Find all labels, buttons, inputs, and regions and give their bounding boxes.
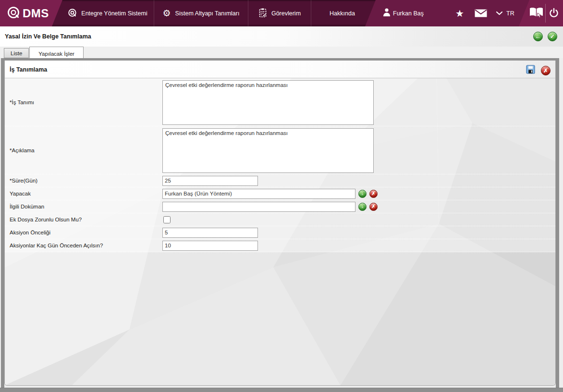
yapacak-select-icon[interactable]: ↓	[358, 190, 367, 198]
tabstrip: Liste Yapılacak İşler	[0, 47, 563, 58]
topbar-menu: Entegre Yönetim Sistemi ⚙ Sistem Altyapı…	[61, 0, 373, 26]
panel-title: İş Tanımlama	[10, 61, 47, 78]
menu-item-gear[interactable]: ⚙ Sistem Altyapı Tanımları	[154, 0, 248, 26]
label-is-tanimi: *İş Tanımı	[5, 78, 162, 126]
language-code: TR	[506, 10, 514, 17]
corner-divider	[545, 4, 546, 23]
ilgili-dokuman-select-icon[interactable]: ↓	[358, 203, 367, 211]
close-icon[interactable]: ✗	[541, 66, 551, 75]
content-frame: İş Tanımlama ✗ *İş Tanımı *Açıklama	[1, 58, 559, 388]
label-aksiyon-gun: Aksiyonlar Kaç Gün Önceden Açılsın?	[5, 239, 162, 252]
form-rows: *İş Tanımı *Açıklama *Süre(Gün) Yapacak …	[5, 78, 555, 252]
menu-item-hakkinda[interactable]: Hakkında	[311, 0, 373, 26]
yapacak-input[interactable]	[162, 189, 355, 199]
qdms-logo[interactable]: DMS	[0, 0, 62, 26]
form-row-ilgili-dokuman: İlgili Doküman ↓ ✗	[5, 200, 555, 213]
menu-item-tasks[interactable]: Görevlerim	[248, 0, 311, 26]
form-row-is-tanimi: *İş Tanımı	[5, 78, 555, 126]
sure-gun-input[interactable]	[162, 176, 258, 186]
form-row-yapacak: Yapacak ↓ ✗	[5, 187, 555, 200]
power-logout-icon[interactable]	[549, 8, 559, 21]
aksiyon-gun-input[interactable]	[162, 241, 258, 251]
ek-dosya-checkbox[interactable]	[163, 216, 171, 223]
aciklama-textarea[interactable]	[162, 128, 374, 173]
label-yapacak: Yapacak	[5, 187, 162, 200]
label-ek-dosya: Ek Dosya Zorunlu Olsun Mu?	[5, 213, 162, 226]
label-sure-gun: *Süre(Gün)	[5, 174, 162, 187]
bottom-scrollbar[interactable]	[0, 388, 563, 392]
yapacak-clear-icon[interactable]: ✗	[369, 190, 378, 198]
topbar: DMS Entegre Yönetim Sistemi ⚙ Sistem Alt…	[0, 0, 563, 26]
page-title: Yasal İzin Ve Belge Tanımlama	[5, 26, 91, 47]
label-aksiyon-onceligi: Aksiyon Önceliği	[5, 226, 162, 239]
form-row-sure-gun: *Süre(Gün)	[5, 174, 555, 187]
aksiyon-onceligi-input[interactable]	[162, 228, 258, 238]
form-row-aksiyon-onceligi: Aksiyon Önceliği	[5, 226, 555, 239]
form-row-aksiyon-gun: Aksiyonlar Kaç Gün Önceden Açılsın?	[5, 239, 555, 252]
confirm-button[interactable]: ✓	[548, 32, 557, 41]
form-row-aciklama: *Açıklama	[5, 126, 555, 174]
label-aciklama: *Açıklama	[5, 126, 162, 174]
qdms-logo-text: DMS	[23, 7, 49, 20]
chevron-down-icon	[496, 11, 503, 15]
ilgili-dokuman-input[interactable]	[162, 202, 355, 212]
tab-liste[interactable]: Liste	[4, 48, 29, 58]
titlebar: Yasal İzin Ve Belge Tanımlama ← ✓	[0, 26, 563, 47]
messages-mail-icon[interactable]	[475, 9, 487, 19]
back-button[interactable]: ←	[533, 32, 543, 41]
menu-item-entegre[interactable]: Entegre Yönetim Sistemi	[61, 0, 154, 26]
gear-icon: ⚙	[163, 9, 171, 18]
panel-header: İş Tanımlama ✗	[5, 61, 555, 78]
tasks-icon	[258, 8, 267, 19]
is-tanimi-textarea[interactable]	[162, 80, 374, 125]
entegre-icon	[68, 8, 77, 19]
qdms-logo-icon	[7, 6, 20, 21]
label-ilgili-dokuman: İlgili Doküman	[5, 200, 162, 213]
language-selector[interactable]: TR	[496, 0, 514, 26]
user-icon	[382, 8, 391, 19]
is-tanimlama-panel: İş Tanımlama ✗ *İş Tanımı *Açıklama	[4, 61, 556, 386]
favorites-star-icon[interactable]: ★	[455, 0, 464, 26]
user-menu[interactable]: Furkan Baş	[393, 0, 424, 26]
manual-book-icon[interactable]	[528, 7, 545, 22]
form-row-ek-dosya: Ek Dosya Zorunlu Olsun Mu?	[5, 213, 555, 226]
ilgili-dokuman-clear-icon[interactable]: ✗	[369, 203, 378, 211]
save-icon[interactable]	[526, 65, 535, 76]
